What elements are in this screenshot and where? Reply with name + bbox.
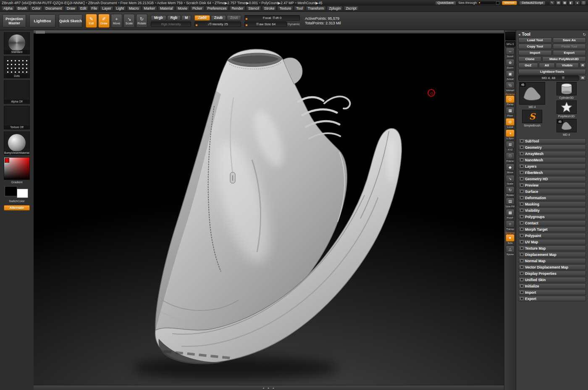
tool-section-row[interactable]: Displacement Map [518,252,586,257]
tool-cylinder3d[interactable] [556,82,577,95]
section-expand-icon[interactable] [520,259,523,262]
tool-section-row[interactable]: Import [518,290,586,295]
slider-knob[interactable] [562,76,565,80]
section-expand-icon[interactable] [520,221,523,224]
tool-section-row[interactable]: Contact [518,220,586,226]
rgb-button[interactable]: Rgb [167,15,181,21]
material-dock-icon[interactable]: ● [575,0,580,5]
spix-slider[interactable]: SPix 3 [505,41,515,47]
goz-button[interactable]: GoZ [518,63,538,68]
section-expand-icon[interactable] [520,158,523,161]
canvas-bottom-bar[interactable]: ▲ ▲ ▲ [34,385,504,390]
canvas-tab[interactable] [36,31,45,34]
xpose-button[interactable]: △ Xpose [506,245,514,256]
section-expand-icon[interactable] [520,171,523,174]
shoe-model[interactable] [34,34,504,385]
focal-shift-slider[interactable]: Focal Shift 0 [244,15,300,21]
tool-section-row[interactable]: Normal Map [518,258,586,264]
palette-collapse-icon[interactable]: ◂ [518,32,520,37]
default-zscript-button[interactable]: DefaultZScript [519,1,546,5]
section-expand-icon[interactable] [520,285,523,287]
menu-item[interactable]: Picker [190,6,205,11]
scroll-button[interactable]: ⇔ Scroll [506,47,514,58]
menu-item[interactable]: Layer [100,6,113,11]
section-expand-icon[interactable] [520,297,523,300]
paste-tool-button[interactable]: Paste Tool [553,44,586,49]
see-through-track[interactable] [478,2,500,4]
document-canvas[interactable]: ▲ ▲ ▲ [34,30,504,390]
linefill-button[interactable]: ▤ Line Fill [506,198,514,208]
polyf-button[interactable]: ▩ PolyF [506,209,514,219]
aahalf-button[interactable]: ½ AAHalf [506,82,514,92]
tool-section-row[interactable]: Polygroups [518,214,586,219]
lsym-button[interactable]: ◑ L.Sym [506,129,514,140]
section-expand-icon[interactable] [520,266,523,269]
section-expand-icon[interactable] [520,140,523,142]
tool-simplebrush[interactable]: S [522,110,542,123]
move-button[interactable]: + Move [111,14,122,28]
menu-item[interactable]: Draw [65,6,77,11]
local-button[interactable]: ◎ Local [506,118,514,129]
tool-section-row[interactable]: Morph Target [518,227,586,232]
z-intensity-slider[interactable]: Z Intensity 25 [194,21,241,27]
tool-section-row[interactable]: Deformation [518,195,586,200]
solo-button[interactable]: Dynamic ● Solo [506,232,514,245]
tool-section-row[interactable]: Surface [518,189,586,194]
menu-item[interactable]: Preferences [205,6,229,11]
tool-polymesh3d[interactable] [556,100,577,114]
brush-picker[interactable]: Standard [4,32,30,54]
menu-item[interactable]: Edit [78,6,89,11]
floor-button[interactable]: ▦ Floor [506,107,514,117]
color-gradient-picker[interactable] [4,157,30,180]
tool-section-row[interactable]: FiberMesh [518,170,586,175]
canvas-view[interactable] [34,34,504,385]
scale-button[interactable]: ↘ Scale [123,14,135,28]
menu-item[interactable]: Marker [142,6,157,11]
section-expand-icon[interactable] [520,177,523,180]
mrgb-button[interactable]: Mrgb [151,15,166,21]
menu-item[interactable]: Zscript [344,6,359,11]
make-polymesh3d-button[interactable]: Make PolyMesh3D [542,56,586,62]
section-expand-icon[interactable] [520,234,523,237]
section-expand-icon[interactable] [520,228,523,231]
menu-item[interactable]: Stencil [246,6,261,11]
save-as-button[interactable]: Save As [553,37,586,43]
tool-section-row[interactable]: Polypaint [518,233,586,238]
menu-item[interactable]: Render [229,6,245,11]
menus-button[interactable]: Menus [502,1,517,5]
window-dock-icon[interactable]: ◫ [581,0,586,5]
draw-size-slider[interactable]: Draw Size 64 [244,21,287,27]
bpr-preview-button[interactable] [505,32,515,40]
actual-button[interactable]: ▣ Actual [506,70,514,81]
alternate-button[interactable]: Alternate [4,205,30,211]
section-expand-icon[interactable] [520,247,523,250]
load-tool-button[interactable]: Load Tool [518,37,552,43]
slider-knob[interactable] [209,22,212,26]
menu-item[interactable]: Movie [176,6,189,11]
clone-button[interactable]: Clone [518,56,541,62]
material-picker[interactable]: BumpViewerMaterial [4,132,30,155]
section-expand-icon[interactable] [520,152,523,155]
tool-section-row[interactable]: ArrayMesh [518,151,586,156]
section-expand-icon[interactable] [520,196,523,199]
copy-tool-button[interactable]: Copy Tool [518,44,552,49]
tool-section-row[interactable]: Vector Displacement Map [518,264,586,270]
tool-section-row[interactable]: Display Properties [518,271,586,276]
frame-button[interactable]: □ Frame [506,152,514,163]
section-expand-icon[interactable] [520,165,523,168]
menu-item[interactable]: Document [43,6,64,11]
brush-dock-icon[interactable]: ✎ [549,0,555,5]
menu-item[interactable]: Transform [306,6,326,11]
import-button[interactable]: Import [518,50,552,55]
section-expand-icon[interactable] [520,146,523,149]
lightbox-tools-button[interactable]: Lightbox›Tools [518,69,586,74]
current-color-swatch[interactable] [5,158,9,163]
section-expand-icon[interactable] [520,291,523,294]
active-tool-thumbnail[interactable]: 45 [519,82,545,105]
tool-section-row[interactable]: Texture Map [518,245,586,251]
export-button[interactable]: Export [553,50,586,55]
rgb-intensity-slider[interactable]: Rgb Intensity [151,21,191,27]
rotate-button[interactable]: ↻ Rotate [136,14,147,28]
goz-all-button[interactable]: All [539,63,555,68]
document-dock-icon[interactable]: ▤ [556,0,561,5]
